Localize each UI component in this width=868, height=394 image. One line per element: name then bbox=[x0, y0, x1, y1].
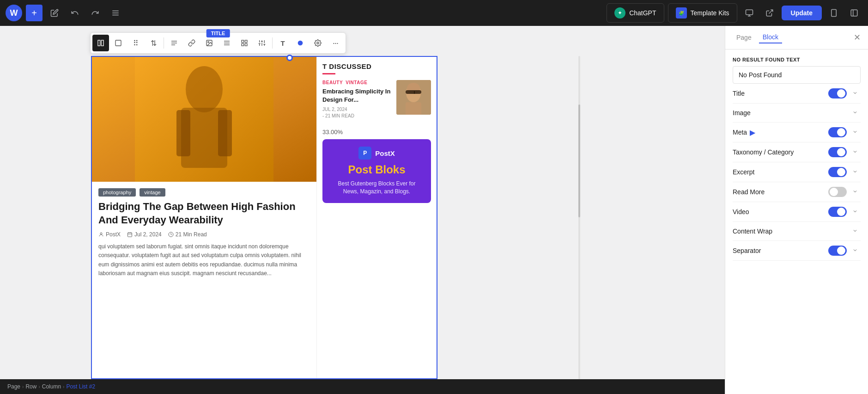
toolbar-grid-btn[interactable] bbox=[236, 35, 253, 51]
excerpt-chevron[interactable] bbox=[850, 167, 861, 177]
separator-chevron[interactable] bbox=[850, 246, 861, 255]
scrollbar-thumb[interactable] bbox=[578, 105, 580, 218]
svg-rect-41 bbox=[128, 233, 132, 237]
excerpt-toggle[interactable] bbox=[828, 167, 847, 177]
sidebar-toggle-button[interactable] bbox=[846, 5, 862, 21]
panel-row-image: Image bbox=[733, 104, 861, 123]
separator-row-controls bbox=[828, 246, 861, 256]
meta-toggle[interactable] bbox=[828, 127, 847, 137]
toolbar-transform-btn[interactable] bbox=[110, 35, 127, 51]
panel-header: Page Block ✕ bbox=[725, 26, 868, 49]
svg-rect-10 bbox=[101, 40, 103, 46]
undo-button[interactable] bbox=[67, 5, 83, 21]
meta-row-label: Meta ▶ bbox=[733, 128, 755, 137]
panel-row-separator: Separator bbox=[733, 241, 861, 261]
desktop-view-button[interactable] bbox=[741, 5, 758, 21]
excerpt-row-label: Excerpt bbox=[733, 168, 754, 176]
svg-rect-23 bbox=[245, 43, 247, 46]
no-result-input[interactable] bbox=[733, 66, 861, 84]
content-wrap-chevron[interactable] bbox=[850, 227, 861, 236]
toolbar-move-btn[interactable]: ⇅ bbox=[145, 35, 162, 51]
svg-point-40 bbox=[100, 233, 102, 234]
post-read-time: 21 Min Read bbox=[176, 231, 207, 238]
taxonomy-toggle[interactable] bbox=[828, 147, 847, 157]
read-more-toggle[interactable] bbox=[828, 187, 847, 197]
toolbar-drag-btn[interactable]: ⠿ bbox=[127, 35, 144, 51]
breadcrumb-column[interactable]: Column bbox=[42, 383, 61, 390]
menu-button[interactable] bbox=[107, 5, 124, 21]
svg-rect-3 bbox=[746, 10, 753, 15]
right-panel: Page Block ✕ NO RESULT FOUND TEXT Title bbox=[725, 26, 868, 394]
toolbar-typography-btn[interactable]: T bbox=[274, 35, 291, 51]
svg-rect-7 bbox=[851, 10, 857, 16]
postx-ad-banner: P PostX Post Bloks Best Gutenberg Blocks… bbox=[322, 139, 431, 203]
breadcrumb-sep-3: › bbox=[63, 384, 64, 389]
breadcrumb: Page › Row › Column › Post List #2 bbox=[0, 379, 725, 394]
redo-button[interactable] bbox=[87, 5, 103, 21]
toolbar-settings-btn[interactable] bbox=[254, 35, 270, 51]
svg-rect-51 bbox=[406, 102, 421, 115]
read-more-row-label: Read More bbox=[733, 188, 765, 196]
preview-button[interactable] bbox=[761, 5, 778, 21]
svg-rect-21 bbox=[245, 40, 247, 43]
video-toggle[interactable] bbox=[828, 207, 847, 217]
svg-point-34 bbox=[317, 42, 319, 44]
canvas-scrollbar[interactable] bbox=[578, 56, 581, 379]
breadcrumb-page[interactable]: Page bbox=[7, 383, 20, 390]
breadcrumb-sep-1: › bbox=[22, 384, 24, 389]
toolbar-gear-btn[interactable] bbox=[310, 35, 326, 51]
update-button[interactable]: Update bbox=[782, 6, 822, 20]
svg-point-36 bbox=[186, 66, 223, 112]
read-more-chevron[interactable] bbox=[850, 187, 861, 197]
template-kits-icon: 🧩 bbox=[676, 7, 687, 18]
panel-row-meta: Meta ▶ bbox=[733, 123, 861, 142]
panel-row-content-wrap: Content Wrap bbox=[733, 222, 861, 241]
edit-button[interactable] bbox=[46, 5, 63, 21]
chatgpt-icon: ✦ bbox=[614, 7, 625, 18]
add-block-button[interactable]: + bbox=[26, 5, 42, 21]
meta-row-controls bbox=[828, 127, 861, 137]
template-kits-button[interactable]: 🧩 Template Kits bbox=[668, 3, 737, 23]
toolbar-more-btn[interactable]: ··· bbox=[327, 35, 344, 51]
title-row-label: Title bbox=[733, 90, 745, 97]
postx-title: Post Bloks bbox=[330, 163, 424, 176]
taxonomy-chevron[interactable] bbox=[850, 148, 861, 157]
panel-content: NO RESULT FOUND TEXT Title Image bbox=[725, 49, 868, 394]
content-wrap-row-controls bbox=[850, 227, 861, 236]
chatgpt-label: ChatGPT bbox=[629, 9, 656, 17]
meta-play-icon: ▶ bbox=[750, 128, 755, 137]
image-chevron[interactable] bbox=[850, 108, 861, 117]
toolbar-link-btn[interactable] bbox=[183, 35, 200, 51]
panel-close-button[interactable]: ✕ bbox=[854, 32, 861, 43]
video-chevron[interactable] bbox=[850, 207, 861, 216]
toolbar-align-btn[interactable] bbox=[166, 35, 182, 51]
excerpt-row-controls bbox=[828, 167, 861, 177]
title-toggle[interactable] bbox=[828, 88, 847, 98]
breadcrumb-row[interactable]: Row bbox=[25, 383, 36, 390]
separator-row-label: Separator bbox=[733, 247, 761, 254]
breadcrumb-post-list[interactable]: Post List #2 bbox=[66, 383, 95, 390]
no-result-label: NO RESULT FOUND TEXT bbox=[733, 57, 861, 62]
svg-rect-9 bbox=[98, 40, 100, 46]
title-chevron[interactable] bbox=[850, 89, 861, 98]
meta-chevron[interactable] bbox=[850, 128, 861, 137]
responsive-layout-button[interactable] bbox=[826, 5, 842, 21]
separator-toggle[interactable] bbox=[828, 246, 847, 256]
topbar: W + ✦ ChatGPT 🧩 Template Kits Update bbox=[0, 0, 868, 26]
chatgpt-button[interactable]: ✦ ChatGPT bbox=[607, 3, 664, 23]
wp-logo[interactable]: W bbox=[6, 5, 22, 21]
toolbar-color-btn[interactable] bbox=[292, 35, 309, 51]
svg-rect-5 bbox=[832, 10, 837, 17]
svg-line-4 bbox=[769, 10, 772, 13]
right-post-date: JUL 2, 2024 bbox=[322, 107, 392, 112]
toolbar-columns-btn[interactable] bbox=[92, 35, 109, 51]
right-post-column: T DISCUSSED BEAUTY VINTAGE Embracing Sim… bbox=[316, 57, 437, 378]
image-row-label: Image bbox=[733, 109, 751, 117]
svg-rect-22 bbox=[242, 43, 244, 46]
canvas-area: TITLE ⠿ ⇅ bbox=[0, 26, 725, 394]
section-heading: T DISCUSSED bbox=[322, 62, 431, 70]
tab-page[interactable]: Page bbox=[733, 32, 755, 43]
post-author: PostX bbox=[106, 231, 121, 238]
left-post-title: Bridging The Gap Between High Fashion An… bbox=[92, 200, 316, 231]
tab-block[interactable]: Block bbox=[759, 31, 782, 43]
